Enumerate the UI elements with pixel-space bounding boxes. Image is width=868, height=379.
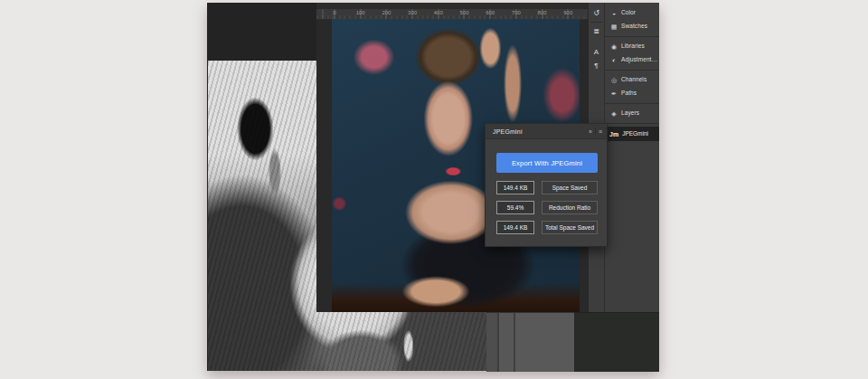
- collapse-panel-icon[interactable]: »: [589, 128, 592, 135]
- divider: [590, 22, 603, 23]
- ruler-mark: 900: [559, 10, 577, 16]
- app-background-block: [486, 312, 574, 372]
- panel-item-adjustments[interactable]: ◐ Adjustment…: [605, 53, 659, 67]
- ruler-mark: 300: [403, 10, 421, 16]
- swatches-icon: ▦: [610, 24, 618, 30]
- divider: [605, 123, 659, 124]
- window-chrome: [316, 3, 588, 9]
- paragraph-icon[interactable]: ¶: [589, 59, 604, 72]
- ruler-mark: 800: [533, 10, 552, 16]
- stat-value: 149.4 KB: [496, 221, 534, 234]
- divider: [605, 36, 659, 37]
- ruler-mark: 0: [326, 10, 344, 16]
- color-icon: ◒: [610, 10, 618, 16]
- ruler-mark: 500: [456, 10, 474, 16]
- ruler-mark: 400: [429, 10, 448, 16]
- stat-label: Total Space Saved: [542, 221, 598, 234]
- panel-label: Libraries: [621, 43, 645, 50]
- page: 0 100 200 300 400 500 600 700 800 900 ↺ …: [0, 0, 868, 379]
- jpegmini-panel-tab[interactable]: JPEGmini: [486, 128, 530, 135]
- panel-label: Swatches: [621, 24, 647, 30]
- layers-icon: ◈: [610, 110, 618, 117]
- panel-item-libraries[interactable]: ◉ Libraries: [605, 40, 659, 53]
- stat-row-space-saved: 149.4 KB Space Saved: [496, 181, 598, 194]
- ruler-mark: 700: [507, 10, 525, 16]
- divider: [605, 103, 659, 104]
- panel-label: Color: [621, 10, 636, 16]
- libraries-icon: ◉: [610, 43, 618, 50]
- adjustments-icon: ◐: [610, 57, 618, 63]
- export-with-jpegmini-button[interactable]: Export With JPEGmini: [496, 153, 598, 173]
- panel-item-color[interactable]: ◒ Color: [605, 6, 659, 20]
- jpegmini-panel-header: JPEGmini » ≡: [486, 124, 607, 139]
- divider: [595, 128, 596, 135]
- panel-item-layers[interactable]: ◈ Layers: [605, 107, 659, 120]
- divider: [605, 70, 659, 71]
- panel-label: Adjustment…: [621, 57, 657, 63]
- stat-value: 59.4%: [496, 201, 534, 214]
- panel-item-swatches[interactable]: ▦ Swatches: [605, 20, 659, 33]
- panel-label: Layers: [621, 110, 639, 117]
- panel-item-channels[interactable]: ◎ Channels: [605, 73, 659, 87]
- channels-icon: ◎: [610, 77, 618, 83]
- dark-background-block: [574, 312, 659, 372]
- stat-row-total-space-saved: 149.4 KB Total Space Saved: [496, 221, 598, 234]
- panel-item-jpegmini[interactable]: Jm JPEGmini: [605, 127, 659, 141]
- panel-item-paths[interactable]: ✒ Paths: [605, 87, 659, 100]
- panel-label: Channels: [621, 77, 646, 83]
- panel-label: JPEGmini: [622, 131, 648, 137]
- stat-row-reduction-ratio: 59.4% Reduction Ratio: [496, 201, 598, 214]
- jpegmini-logo-icon: Jm: [609, 131, 618, 137]
- panel-menu-icon[interactable]: ≡: [599, 128, 602, 135]
- stat-value: 149.4 KB: [496, 181, 534, 194]
- paths-icon: ✒: [610, 90, 618, 97]
- ruler-mark: 100: [352, 10, 370, 16]
- panel-label: Paths: [621, 90, 637, 97]
- stat-label: Space Saved: [542, 181, 598, 194]
- history-icon[interactable]: ↺: [589, 6, 604, 20]
- panel-dock: ◒ Color ▦ Swatches ◉ Libraries ◐ Adjustm…: [604, 3, 659, 312]
- character-icon[interactable]: A: [589, 45, 604, 59]
- jpegmini-panel: JPEGmini » ≡ Export With JPEGmini 149.4 …: [485, 123, 608, 247]
- ruler-mark: 200: [377, 10, 395, 16]
- ruler-mark: 600: [481, 10, 499, 16]
- stat-label: Reduction Ratio: [542, 201, 598, 214]
- brush-settings-icon[interactable]: ≣: [589, 24, 604, 38]
